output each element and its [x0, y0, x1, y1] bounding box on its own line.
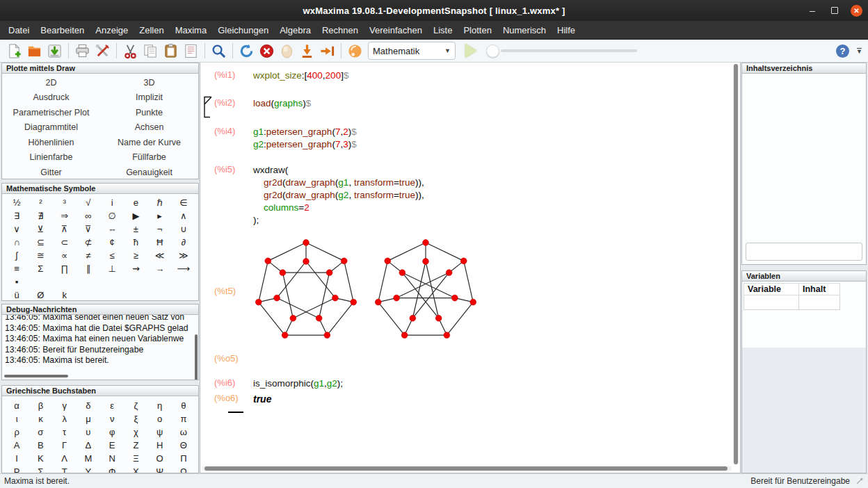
greek-letter-button[interactable]: Ψ	[148, 465, 172, 473]
math-symbol-button[interactable]: ∪	[172, 222, 195, 236]
draw-button-diagrammtitel[interactable]: Diagrammtitel	[2, 120, 100, 136]
greek-letter-button[interactable]: φ	[100, 425, 124, 439]
greek-letter-button[interactable]: δ	[77, 399, 100, 412]
greek-letter-button[interactable]: η	[148, 399, 172, 412]
math-symbol-button[interactable]: ∈	[172, 196, 195, 209]
cell-code[interactable]: is_isomorphic(g1,g2);	[253, 377, 343, 390]
minimize-button[interactable]: –	[806, 4, 819, 17]
math-symbol-button[interactable]: ⇔	[100, 222, 124, 236]
greek-letter-button[interactable]: A	[5, 439, 29, 452]
greek-letter-button[interactable]: υ	[77, 425, 100, 439]
greek-letter-button[interactable]: Σ	[29, 465, 52, 473]
interrupt-icon[interactable]	[278, 42, 296, 60]
draw-button-parametrischer-plot[interactable]: Parametrischer Plot	[2, 105, 100, 120]
menu-bearbeiten[interactable]: Bearbeiten	[35, 22, 90, 38]
draw-button-höhenlinien[interactable]: Höhenlinien	[2, 135, 100, 150]
draw-button-füllfarbe[interactable]: Füllfarbe	[100, 150, 198, 165]
greek-letter-button[interactable]: E	[100, 439, 124, 452]
math-symbol-button[interactable]: ▪	[5, 275, 29, 288]
cell-bracket[interactable]	[203, 96, 213, 121]
math-symbol-button[interactable]: k	[53, 288, 77, 301]
greek-letter-button[interactable]: I	[5, 452, 29, 465]
math-symbol-button[interactable]: i	[100, 196, 124, 209]
greek-letter-button[interactable]: X	[124, 465, 147, 473]
menu-liste[interactable]: Liste	[428, 22, 458, 38]
menu-hilfe[interactable]: Hilfe	[552, 22, 581, 38]
evaluate-rest-icon[interactable]	[298, 42, 316, 60]
restart-maxima-icon[interactable]	[237, 42, 256, 60]
math-symbol-button[interactable]: ∨	[5, 222, 29, 236]
debug-log[interactable]: 13:46:05: Maxima sendet einen neuen Satz…	[2, 315, 198, 366]
slider-handle[interactable]	[486, 44, 499, 58]
cell-code[interactable]: wxplot_size:[400,200]$	[253, 70, 348, 82]
open-file-icon[interactable]	[25, 42, 44, 60]
greek-letter-button[interactable]: Δ	[77, 439, 100, 452]
math-symbol-button[interactable]: ℏ	[148, 196, 172, 209]
math-symbol-button[interactable]: ¬	[148, 222, 172, 236]
math-symbol-button[interactable]: ▸	[148, 209, 172, 222]
greek-letter-button[interactable]: Γ	[53, 439, 77, 452]
draw-button-gitter[interactable]: Gitter	[2, 165, 100, 179]
greek-letter-button[interactable]: ψ	[148, 425, 172, 439]
menu-anzeige[interactable]: Anzeige	[90, 22, 134, 38]
follow-evaluation-icon[interactable]	[318, 42, 337, 60]
greek-letter-button[interactable]: H	[148, 439, 172, 452]
greek-letter-button[interactable]: ζ	[124, 399, 147, 412]
math-symbol-button[interactable]: ≪	[148, 249, 172, 262]
cell-code[interactable]: load(graphs)$	[253, 97, 311, 110]
math-symbol-button[interactable]: ∥	[77, 262, 100, 275]
greek-letter-button[interactable]: N	[100, 452, 124, 465]
draw-button-punkte[interactable]: Punkte	[100, 105, 198, 120]
paste-icon[interactable]	[161, 42, 180, 60]
math-symbol-button[interactable]: ∄	[29, 209, 52, 222]
math-symbol-button[interactable]: ½	[5, 196, 29, 209]
greek-letter-button[interactable]: ρ	[5, 425, 29, 439]
draw-button-3d[interactable]: 3D	[100, 75, 198, 90]
greek-letter-button[interactable]: τ	[53, 425, 77, 439]
play-animation-button[interactable]	[465, 44, 476, 58]
math-symbol-button[interactable]: ≫	[172, 249, 195, 262]
output-cell-t5[interactable]: (%t5)	[214, 236, 730, 345]
print-icon[interactable]	[73, 42, 92, 60]
animation-slider[interactable]	[486, 44, 637, 58]
math-symbol-button[interactable]: ≤	[100, 249, 124, 262]
toolbar-overflow-icon[interactable]: ▼	[856, 48, 862, 54]
input-cell-i2[interactable]: (%i2)load(graphs)$	[214, 97, 730, 110]
save-icon[interactable]	[45, 42, 64, 60]
greek-letter-button[interactable]: σ	[29, 425, 52, 439]
math-symbol-button[interactable]: ≅	[29, 249, 52, 262]
output-cell-o5[interactable]: (%o5)	[214, 353, 730, 364]
greek-letter-button[interactable]: ε	[100, 399, 124, 412]
math-symbol-button[interactable]: Σ	[29, 262, 52, 275]
math-symbol-button[interactable]: ⊻	[29, 222, 52, 236]
math-symbol-button[interactable]: ∩	[5, 236, 29, 249]
draw-button-2d[interactable]: 2D	[2, 75, 100, 90]
new-document-icon[interactable]	[5, 42, 24, 60]
math-symbol-button[interactable]: ∃	[5, 209, 29, 222]
math-symbol-button[interactable]: ⟶	[172, 262, 195, 275]
cell-code[interactable]: g1:petersen_graph(7,2)$g2:petersen_graph…	[253, 126, 357, 151]
greek-letter-button[interactable]: T	[53, 465, 77, 473]
math-symbol-button[interactable]: Ø	[29, 288, 52, 301]
math-symbol-button[interactable]: ▶	[124, 209, 147, 222]
input-cell-i1[interactable]: (%i1)wxplot_size:[400,200]$	[214, 70, 730, 82]
help-ball-icon[interactable]	[346, 42, 364, 60]
greek-letter-button[interactable]: M	[77, 452, 100, 465]
greek-letter-button[interactable]: ξ	[124, 412, 147, 425]
math-symbol-button[interactable]: ³	[53, 196, 77, 209]
greek-letter-button[interactable]: Ω	[172, 465, 195, 473]
menu-vereinfachen[interactable]: Vereinfachen	[364, 22, 428, 38]
toc-filter-input[interactable]	[746, 243, 862, 261]
math-symbol-button[interactable]: ⊆	[29, 236, 52, 249]
greek-letter-button[interactable]: Φ	[100, 465, 124, 473]
greek-letter-button[interactable]: Ξ	[124, 452, 147, 465]
toc-list[interactable]	[742, 74, 866, 240]
draw-button-achsen[interactable]: Achsen	[100, 120, 198, 136]
math-symbol-button[interactable]: √	[77, 196, 100, 209]
worksheet[interactable]: (%i1)wxplot_size:[400,200]$(%i2)load(gra…	[200, 63, 741, 473]
greek-letter-button[interactable]: ν	[100, 412, 124, 425]
table-row[interactable]	[744, 295, 840, 309]
greek-letter-button[interactable]: χ	[124, 425, 147, 439]
worksheet-horizontal-scrollbar[interactable]	[202, 466, 732, 471]
greek-letter-button[interactable]: K	[29, 452, 52, 465]
